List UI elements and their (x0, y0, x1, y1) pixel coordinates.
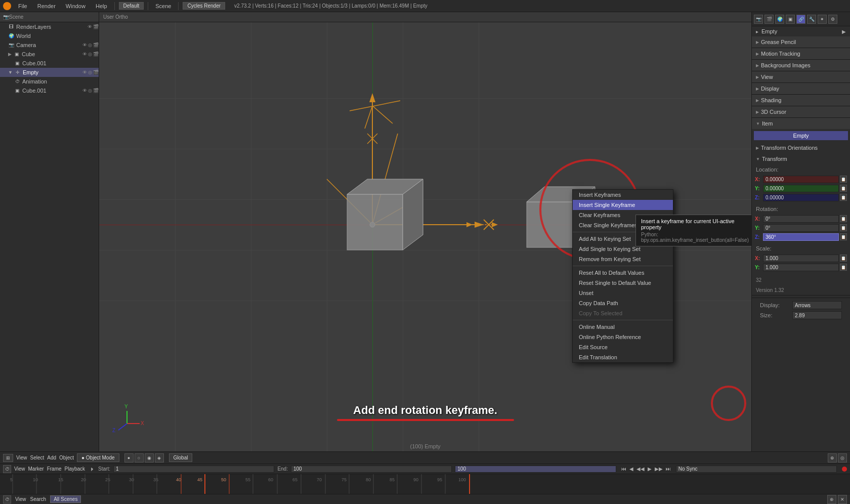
render-icon-camera[interactable]: 🎬 (93, 43, 99, 48)
object-mode-btn[interactable]: ● Object Mode (77, 453, 119, 462)
layout-badge[interactable]: Default (119, 2, 144, 10)
cursor-icon-cube001b[interactable]: ◎ (88, 88, 92, 93)
outliner-item-world[interactable]: 🌍 World (0, 31, 99, 40)
rx-copy-btn[interactable]: 📋 (840, 215, 847, 222)
timeline-ruler[interactable]: 5 10 15 20 25 30 35 40 45 (0, 474, 850, 494)
prop-icon-modifiers[interactable]: 🔧 (807, 15, 816, 24)
prop-icon-object[interactable]: ▣ (786, 15, 795, 24)
timeline-playback[interactable]: Playback (65, 466, 86, 472)
outliner-item-renderlayers[interactable]: 🎞 RenderLayers 👁 🎬 (0, 22, 99, 31)
toolbar-add[interactable]: Add (47, 455, 56, 460)
render-icon-renderlayers[interactable]: 🎬 (93, 24, 99, 29)
sy-copy-btn[interactable]: 📋 (840, 264, 847, 271)
menu-render[interactable]: Render (34, 2, 59, 10)
ctx-copy-data-path[interactable]: Copy Data Path (573, 298, 673, 308)
toolbar-object[interactable]: Object (59, 455, 74, 460)
shading-solid[interactable]: ● (124, 453, 134, 463)
timeline-mode-icon[interactable]: ⏱ (3, 465, 11, 473)
timeline-playback-icon[interactable]: ⏵ (90, 466, 95, 472)
ctx-edit-source[interactable]: Edit Source (573, 342, 673, 352)
sy-field[interactable]: 1.000 (763, 264, 839, 271)
viewport-canvas[interactable]: Z (99, 22, 751, 451)
outliner-item-cube001[interactable]: ▣ Cube.001 (0, 59, 99, 68)
ctx-online-python-ref[interactable]: Online Python Reference (573, 332, 673, 342)
prop-icon-constraints[interactable]: 🔗 (796, 15, 805, 24)
jump-start-icon[interactable]: ⏮ (621, 466, 626, 472)
viewport-mode-icon[interactable]: ⊞ (3, 454, 13, 462)
engine-badge[interactable]: Cycles Render (183, 2, 225, 10)
shading-wire[interactable]: ○ (135, 453, 144, 463)
prop-icon-scene[interactable]: 🎬 (764, 15, 774, 24)
x-copy-btn[interactable]: 📋 (840, 176, 847, 183)
current-frame-field[interactable]: 100 (455, 466, 616, 473)
eye-icon-empty[interactable]: 👁 (82, 70, 87, 75)
cursor-icon-camera[interactable]: ◎ (88, 43, 92, 48)
transform-orientations-header[interactable]: ▶ Transform Orientations (752, 142, 850, 153)
sx-field[interactable]: 1.000 (763, 255, 839, 262)
step-fwd-icon[interactable]: ▶▶ (655, 466, 663, 472)
y-copy-btn[interactable]: 📋 (840, 185, 847, 192)
timeline-view[interactable]: View (14, 466, 25, 472)
eye-icon-camera[interactable]: 👁 (82, 43, 87, 48)
proportional-icon[interactable]: ◎ (838, 453, 847, 463)
status-icon-1[interactable]: ⊕ (827, 495, 836, 504)
jump-end-icon[interactable]: ⏭ (666, 466, 671, 472)
render-icon-cube001b[interactable]: 🎬 (93, 88, 99, 93)
ry-copy-btn[interactable]: 📋 (840, 224, 847, 231)
section-view-header[interactable]: ▶ View (752, 71, 850, 82)
timeline-marker[interactable]: Marker (28, 466, 44, 472)
render-icon-cube[interactable]: 🎬 (93, 52, 99, 57)
play-reverse-icon[interactable]: ◀◀ (636, 466, 645, 472)
menu-window[interactable]: Window (63, 2, 89, 10)
section-shading-header[interactable]: ▶ Shading (752, 95, 850, 106)
transform-header[interactable]: ▼ Transform (752, 153, 850, 164)
start-value-field[interactable]: 1 (113, 466, 274, 473)
ctx-insert-single-kf[interactable]: Insert Single Keyframe (573, 200, 673, 210)
menu-help[interactable]: Help (93, 2, 110, 10)
size-value[interactable]: 2.89 (792, 311, 842, 319)
sync-field[interactable]: No Sync (676, 466, 837, 473)
section-3d-cursor-header[interactable]: ▶ 3D Cursor (752, 106, 850, 117)
rz-copy-btn[interactable]: 📋 (840, 233, 847, 240)
eye-icon-cube[interactable]: 👁 (82, 52, 87, 57)
display-value[interactable]: Arrows (792, 301, 842, 309)
outliner-item-cube[interactable]: ▶ ▣ Cube 👁 ◎ 🎬 (0, 50, 99, 59)
ctx-reset-all[interactable]: Reset All to Default Values (573, 268, 673, 278)
empty-dropdown-arrow[interactable]: ▸ (756, 29, 758, 34)
rz-field[interactable]: 360° (763, 233, 839, 241)
shading-texture[interactable]: ◉ (145, 453, 154, 463)
prop-icon-particles[interactable]: ✦ (818, 15, 827, 24)
cursor-icon-empty[interactable]: ◎ (88, 70, 92, 75)
prop-icon-world[interactable]: 🌍 (775, 15, 784, 24)
status-view[interactable]: View (15, 496, 26, 502)
status-mode-icon[interactable]: ⏱ (3, 495, 11, 503)
toolbar-view[interactable]: View (16, 455, 27, 460)
section-grease-pencil-header[interactable]: ▶ Grease Pencil (752, 36, 850, 48)
ctx-edit-translation[interactable]: Edit Translation (573, 352, 673, 362)
outliner-item-cube001b[interactable]: ▣ Cube.001 👁 ◎ 🎬 (0, 86, 99, 95)
end-value-field[interactable]: 100 (291, 466, 452, 473)
menu-file[interactable]: File (15, 2, 30, 10)
status-search[interactable]: Search (30, 496, 47, 502)
render-icon-empty[interactable]: 🎬 (93, 70, 99, 75)
outliner-item-animation[interactable]: ⏱ Animation (0, 77, 99, 86)
expand-empty-icon[interactable]: ▼ (8, 70, 13, 75)
step-back-icon[interactable]: ◀ (629, 466, 633, 472)
ctx-remove-keying[interactable]: Remove from Keying Set (573, 254, 673, 264)
eye-icon-cube001b[interactable]: 👁 (82, 88, 87, 93)
outliner-item-camera[interactable]: 📷 Camera 👁 ◎ 🎬 (0, 40, 99, 50)
rx-field[interactable]: 0° (763, 215, 839, 223)
all-scenes-btn[interactable]: All Scenes (50, 495, 81, 503)
section-item-header[interactable]: ▼ Item (752, 118, 850, 129)
eye-icon-renderlayers[interactable]: 👁 (88, 24, 92, 29)
section-background-images-header[interactable]: ▶ Background Images (752, 60, 850, 71)
expand-cube-icon[interactable]: ▶ (8, 52, 12, 57)
section-display-header[interactable]: ▶ Display (752, 83, 850, 94)
section-motion-tracking-header[interactable]: ▶ Motion Tracking (752, 48, 850, 59)
outliner-item-empty[interactable]: ▼ ✛ Empty 👁 ◎ 🎬 (0, 68, 99, 77)
status-icon-2[interactable]: ✕ (838, 495, 847, 504)
ctx-reset-single[interactable]: Reset Single to Default Value (573, 278, 673, 288)
sx-copy-btn[interactable]: 📋 (840, 255, 847, 262)
cursor-icon-cube[interactable]: ◎ (88, 52, 92, 57)
z-field[interactable]: 0.00000 (763, 194, 839, 201)
